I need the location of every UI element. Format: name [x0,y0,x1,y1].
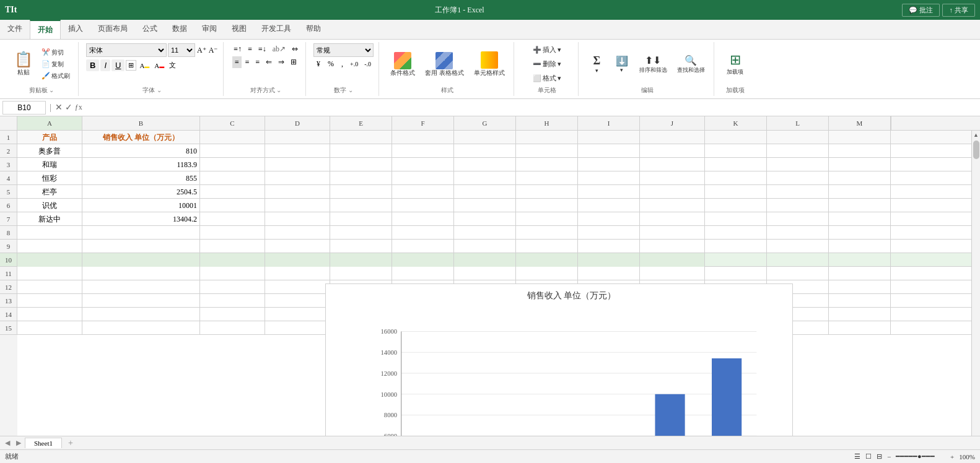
cell-b10[interactable] [82,253,200,267]
zoom-slider[interactable]: ━━━━━●━━━ [896,452,945,461]
cell-h1[interactable] [516,131,578,144]
tab-insert[interactable]: 插入 [61,20,90,39]
tab-help[interactable]: 帮助 [299,20,328,39]
row-num-14[interactable]: 14 [0,308,17,321]
delete-cells-button[interactable]: ➖ 删除 ▾ [530,58,564,71]
cell-i8[interactable] [578,226,640,240]
cell-c1[interactable] [200,131,265,144]
cell-c3[interactable] [200,158,265,171]
cell-h10[interactable] [516,253,578,267]
cell-m5[interactable] [829,185,891,199]
cell-j1[interactable] [640,131,705,144]
cell-g5[interactable] [454,185,516,199]
cell-i9[interactable] [578,240,640,253]
cell-e11[interactable] [330,267,392,280]
cell-a12[interactable] [17,280,82,294]
cell-reference-input[interactable] [2,101,46,115]
align-top-button[interactable]: ≡↑ [231,43,244,55]
cell-k2[interactable] [705,144,767,158]
insert-cells-button[interactable]: ➕ 插入 ▾ [530,43,564,56]
cell-b11[interactable] [82,267,200,280]
cell-b13[interactable] [82,294,200,308]
cell-e3[interactable] [330,158,392,171]
row-num-7[interactable]: 7 [0,212,17,226]
cell-b15[interactable] [82,321,200,335]
bold-button[interactable]: B [86,59,99,71]
tab-pagelayout[interactable]: 页面布局 [90,20,135,39]
cell-g4[interactable] [454,171,516,185]
cell-h8[interactable] [516,226,578,240]
align-center-button[interactable]: ≡ [243,56,252,68]
cell-b12[interactable] [82,280,200,294]
cell-g8[interactable] [454,226,516,240]
font-name-select[interactable]: 宋体 [86,43,167,57]
row-num-8[interactable]: 8 [0,226,17,240]
cell-a8[interactable] [17,226,82,240]
cell-c13[interactable] [200,294,265,308]
cell-e10[interactable] [330,253,392,267]
cell-f7[interactable] [392,212,454,226]
sheet-nav-right[interactable]: ▶ [14,438,24,448]
italic-button[interactable]: I [100,59,110,71]
row-num-5[interactable]: 5 [0,185,17,199]
cell-d2[interactable] [265,144,330,158]
cell-c12[interactable] [200,280,265,294]
indent-decrease-button[interactable]: ⇐ [263,56,274,68]
cell-f2[interactable] [392,144,454,158]
fill-color-button[interactable]: A▬ [138,61,151,70]
align-middle-button[interactable]: ≡ [245,43,255,55]
phonetic-button[interactable]: 文 [167,60,178,71]
cell-a14[interactable] [17,308,82,321]
cell-b3[interactable]: 1183.9 [82,158,200,171]
cell-j4[interactable] [640,171,705,185]
table-format-button[interactable]: 套用 表格格式 [421,50,468,79]
cell-a5[interactable]: 栏亭 [17,185,82,199]
cell-l10[interactable] [767,253,829,267]
col-header-c[interactable]: C [200,116,265,130]
cell-m1[interactable] [829,131,891,144]
cell-j5[interactable] [640,185,705,199]
cell-b5[interactable]: 2504.5 [82,185,200,199]
cell-d4[interactable] [265,171,330,185]
row-num-6[interactable]: 6 [0,199,17,212]
cell-m6[interactable] [829,199,891,212]
cell-e2[interactable] [330,144,392,158]
cell-j9[interactable] [640,240,705,253]
row-num-13[interactable]: 13 [0,294,17,308]
cell-h5[interactable] [516,185,578,199]
align-right-button[interactable]: ≡ [253,56,263,68]
cell-m10[interactable] [829,253,891,267]
cell-k9[interactable] [705,240,767,253]
cell-d15[interactable] [265,321,330,335]
cell-i6[interactable] [578,199,640,212]
formula-input[interactable] [85,103,978,112]
row-num-11[interactable]: 11 [0,267,17,280]
cell-f11[interactable] [392,267,454,280]
cell-f9[interactable] [392,240,454,253]
cell-d13[interactable] [265,294,330,308]
row-num-12[interactable]: 12 [0,280,17,294]
cancel-formula-icon[interactable]: ✕ [55,102,63,113]
cut-button[interactable]: ✂️ 剪切 [38,47,73,58]
insert-function-icon[interactable]: ƒx [75,103,82,112]
cell-b4[interactable]: 855 [82,171,200,185]
cell-b1[interactable]: 销售收入 单位（万元） [82,131,200,144]
cell-l4[interactable] [767,171,829,185]
cell-style-button[interactable]: 单元格样式 [470,49,509,80]
cell-g9[interactable] [454,240,516,253]
cell-l7[interactable] [767,212,829,226]
cell-i11[interactable] [578,267,640,280]
cell-m2[interactable] [829,144,891,158]
cell-c4[interactable] [200,171,265,185]
cell-k1[interactable] [705,131,767,144]
cell-g7[interactable] [454,212,516,226]
row-num-4[interactable]: 4 [0,171,17,185]
cell-g11[interactable] [454,267,516,280]
cell-k11[interactable] [705,267,767,280]
cell-f8[interactable] [392,226,454,240]
cell-d3[interactable] [265,158,330,171]
row-num-10[interactable]: 10 [0,253,17,267]
tab-developer[interactable]: 开发工具 [254,20,299,39]
cell-k4[interactable] [705,171,767,185]
cell-h2[interactable] [516,144,578,158]
